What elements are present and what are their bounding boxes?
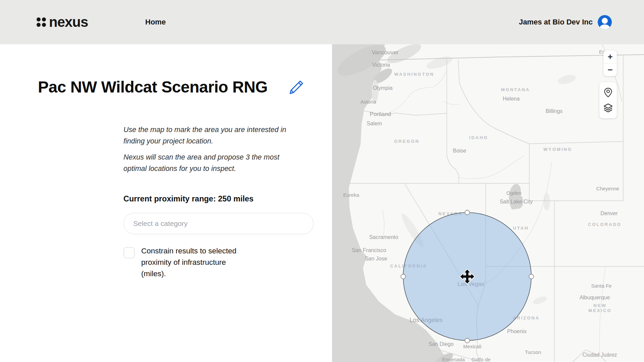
instructions: Use the map to mark the area you are int… bbox=[123, 124, 305, 179]
ut-terrain bbox=[543, 193, 550, 210]
map[interactable]: WASHINGTONOREGONIDAHOMONTANAWYOMINGNEVAD… bbox=[332, 44, 644, 362]
constrain-checkbox[interactable] bbox=[123, 247, 135, 258]
state-label: NEW bbox=[593, 303, 606, 308]
resize-handle[interactable] bbox=[465, 210, 470, 215]
city-label: Golfo de bbox=[472, 357, 491, 362]
great-salt-lake bbox=[509, 184, 523, 209]
city-label: Mexicali bbox=[463, 344, 481, 349]
constrain-row: Constrain results to selected proximity … bbox=[123, 245, 249, 279]
state-label: MEXICO bbox=[588, 308, 611, 313]
city-label: Albuquerque bbox=[580, 295, 610, 300]
zoom-out-button[interactable]: − bbox=[603, 63, 617, 76]
city-label: Santa Fe bbox=[591, 283, 612, 289]
city-label: Tucson bbox=[525, 349, 541, 355]
city-label: Salt Lake City bbox=[500, 199, 533, 204]
az-terrain bbox=[532, 295, 548, 306]
zoom-in-button[interactable]: + bbox=[603, 50, 617, 63]
state-label: IDAHO bbox=[469, 135, 488, 140]
edit-title-button[interactable] bbox=[287, 78, 306, 97]
user-name: James at Bio Dev Inc bbox=[519, 18, 593, 26]
app-header: nexus Home James at Bio Dev Inc bbox=[0, 0, 644, 44]
scenario-panel: Pac NW Wildcat Scenario RNG Use the map … bbox=[0, 44, 332, 362]
category-select-placeholder: Select a category bbox=[133, 220, 187, 228]
state-label: MONTANA bbox=[501, 87, 530, 92]
instruction-line-1: Use the map to mark the area you are int… bbox=[123, 124, 305, 147]
state-label: WYOMING bbox=[543, 147, 572, 152]
city-label: Billings bbox=[546, 108, 563, 114]
city-label: Portland bbox=[370, 111, 391, 117]
city-label: San Jose bbox=[365, 256, 387, 261]
nexus-logo[interactable]: nexus bbox=[37, 0, 88, 44]
proximity-range-label: Current proximity range: 250 miles bbox=[123, 194, 254, 203]
instruction-line-2: Nexus will scan the area and propose 3 t… bbox=[123, 152, 305, 175]
location-pin-button[interactable] bbox=[599, 85, 617, 100]
city-label: Helena bbox=[503, 96, 520, 102]
layers-button[interactable] bbox=[599, 100, 617, 116]
user-avatar-icon[interactable] bbox=[598, 15, 612, 29]
city-label: Phoenix bbox=[507, 328, 527, 334]
zoom-control: + − bbox=[603, 50, 617, 76]
state-label: OREGON bbox=[394, 139, 420, 144]
city-label: Salem bbox=[367, 121, 382, 126]
nav-home[interactable]: Home bbox=[145, 0, 166, 44]
city-label: Olympia bbox=[373, 85, 393, 91]
city-label: Denver bbox=[600, 210, 618, 216]
nexus-logo-icon bbox=[37, 17, 46, 27]
city-label: Cheyenne bbox=[596, 186, 619, 191]
terrain-blob bbox=[425, 54, 454, 71]
category-select[interactable]: Select a category bbox=[123, 213, 314, 234]
state-label: COLORADO bbox=[588, 222, 622, 227]
resize-handle[interactable] bbox=[465, 338, 470, 343]
state-label: WASHINGTON bbox=[394, 72, 434, 77]
constrain-checkbox-label[interactable]: Constrain results to selected proximity … bbox=[141, 245, 249, 279]
state-label: UTAH bbox=[513, 226, 529, 231]
city-label: Boise bbox=[453, 148, 466, 154]
user-menu[interactable]: James at Bio Dev Inc bbox=[519, 0, 612, 44]
map-tools-control bbox=[599, 82, 617, 118]
city-label: Ciudad Juárez bbox=[582, 352, 617, 358]
city-label: Ogden bbox=[506, 190, 521, 196]
layers-icon bbox=[603, 103, 613, 113]
city-label: Astoria bbox=[361, 99, 376, 105]
city-label: Sacramento bbox=[369, 234, 398, 240]
mt-terrain bbox=[557, 73, 577, 86]
resize-handle[interactable] bbox=[529, 274, 534, 279]
city-label: Eureka bbox=[343, 192, 359, 198]
city-label: Vancouver bbox=[372, 49, 398, 56]
brand-name: nexus bbox=[49, 15, 88, 29]
city-label: Victoria bbox=[372, 62, 390, 68]
location-pin-icon bbox=[603, 87, 613, 98]
resize-handle[interactable] bbox=[401, 274, 406, 279]
city-label: San Diego bbox=[429, 341, 454, 347]
city-label: Ensenada bbox=[442, 357, 465, 362]
city-label: San Francisco bbox=[352, 247, 386, 253]
scenario-title: Pac NW Wildcat Scenario RNG bbox=[38, 78, 268, 96]
map-canvas: WASHINGTONOREGONIDAHOMONTANAWYOMINGNEVAD… bbox=[332, 44, 644, 362]
pencil-icon bbox=[287, 78, 306, 97]
